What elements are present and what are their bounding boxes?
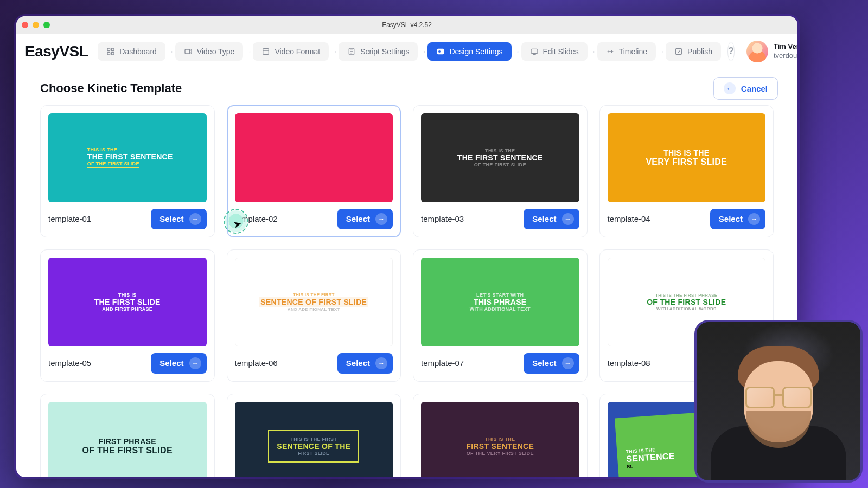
arrow-right-icon: → [375, 213, 387, 225]
user-email: tverdouw@gma [774, 52, 797, 60]
select-label: Select [719, 214, 743, 223]
svg-point-8 [439, 50, 441, 52]
arrow-right-icon: → [562, 357, 574, 369]
svg-rect-0 [107, 48, 110, 51]
chevron-right-icon: → [658, 48, 663, 55]
select-label: Select [532, 358, 556, 368]
chevron-right-icon: → [168, 48, 173, 55]
select-button[interactable]: Select→ [524, 353, 579, 374]
template-preview: FIRST PHRASEOF THE FIRST SLIDE [48, 402, 207, 477]
template-card[interactable]: THIS IS THE FIRSTSENTENCE OF THEFIRST SL… [227, 394, 401, 477]
arrow-right-icon: → [189, 357, 201, 369]
svg-rect-4 [185, 49, 190, 54]
step-label: Dashboard [119, 47, 157, 56]
template-preview: THIS IS THETHE FIRST SENTENCEOF THE FIRS… [421, 113, 579, 202]
step-script-settings[interactable]: Script Settings [339, 42, 418, 61]
template-name: template-04 [608, 214, 650, 223]
template-card[interactable]: THIS IS THE FIRSTSENTENCE OF FIRST SLIDE… [227, 249, 401, 382]
page-subheader: Choose Kinetic Template ← Cancel [16, 69, 797, 105]
step-label: Video Type [197, 47, 235, 56]
template-card[interactable]: THIS IS THEVERY FIRST SLIDEtemplate-04Se… [599, 105, 774, 237]
doc-icon [347, 47, 356, 56]
select-button[interactable]: Select→ [524, 209, 579, 229]
template-name: template-06 [235, 358, 278, 368]
avatar [746, 41, 768, 62]
template-card[interactable]: LET'S START WITHTHIS PHRASEWITH ADDITION… [413, 249, 588, 382]
step-design-settings[interactable]: Design Settings [427, 42, 511, 61]
user-name: Tim Verdouw ˅ [774, 42, 797, 51]
template-grid: THIS IS THETHE FIRST SENTENCEOF THE FIRS… [40, 105, 774, 477]
chevron-right-icon: → [590, 48, 595, 55]
video-icon [184, 47, 193, 56]
arrow-right-icon: → [748, 213, 760, 225]
slides-icon [530, 47, 539, 56]
step-video-format[interactable]: Video Format [253, 42, 329, 61]
select-button[interactable]: Select→ [337, 209, 393, 229]
back-arrow-icon: ← [724, 82, 736, 94]
select-button[interactable]: Select→ [710, 209, 765, 229]
help-button[interactable]: ? [727, 42, 735, 61]
step-label: Script Settings [360, 47, 409, 56]
page-title: Choose Kinetic Template [40, 81, 182, 95]
help-icon: ? [728, 46, 734, 57]
wizard-toolbar: EasyVSL Dashboard→Video Type→Video Forma… [16, 34, 797, 69]
template-name: template-02 [235, 214, 278, 223]
template-preview: THIS IS THE FIRSTSENTENCE OF THEFIRST SL… [235, 402, 393, 477]
chevron-right-icon: → [245, 48, 251, 55]
template-card[interactable]: THIS ISTHE FIRST SLIDEAND FIRST PHRASEte… [40, 249, 215, 382]
cancel-button[interactable]: ← Cancel [713, 77, 778, 100]
step-video-type[interactable]: Video Type [175, 42, 244, 61]
svg-rect-1 [112, 48, 114, 51]
format-icon [261, 47, 270, 56]
step-timeline[interactable]: Timeline [597, 42, 656, 61]
step-dashboard[interactable]: Dashboard [98, 42, 165, 61]
svg-rect-5 [263, 48, 269, 54]
step-publish[interactable]: Publish [666, 42, 721, 61]
app-window: EasyVSL v4.2.52 EasyVSL Dashboard→Video … [16, 16, 797, 477]
step-edit-slides[interactable]: Edit Slides [521, 42, 588, 61]
select-button[interactable]: Select→ [151, 353, 206, 374]
template-name: template-01 [48, 214, 91, 223]
step-label: Design Settings [449, 47, 502, 56]
svg-rect-2 [107, 52, 110, 55]
presenter-webcam-overlay [694, 320, 863, 483]
template-scroll-area[interactable]: THIS IS THETHE FIRST SENTENCEOF THE FIRS… [16, 105, 797, 477]
template-card[interactable]: THIS IS THEFIRST SENTENCEOF THE VERY FIR… [413, 394, 588, 477]
template-preview: THIS ISTHE FIRST SLIDEAND FIRST PHRASE [48, 258, 207, 346]
window-title: EasyVSL v4.2.52 [16, 21, 797, 29]
template-name: template-08 [608, 358, 650, 368]
template-preview: LET'S START WITHTHIS PHRASEWITH ADDITION… [421, 258, 579, 346]
cancel-label: Cancel [741, 84, 768, 93]
select-label: Select [346, 358, 370, 368]
app-logo: EasyVSL [25, 43, 88, 60]
template-name: template-07 [421, 358, 464, 368]
arrow-right-icon: → [562, 213, 574, 225]
select-label: Select [346, 214, 370, 223]
chevron-right-icon: → [420, 48, 425, 55]
template-card[interactable]: THIS IS THETHE FIRST SENTENCEOF THE FIRS… [40, 105, 215, 237]
template-preview [235, 113, 393, 202]
template-name: template-03 [421, 214, 464, 223]
template-card[interactable]: FIRST PHRASEOF THE FIRST SLIDEtemplate-0… [40, 394, 215, 477]
template-card[interactable]: template-02Select→ [227, 105, 401, 237]
design-icon [436, 47, 445, 56]
select-label: Select [532, 214, 556, 223]
select-button[interactable]: Select→ [151, 209, 206, 229]
template-preview: THIS IS THETHE FIRST SENTENCEOF THE FIRS… [48, 113, 207, 202]
step-label: Video Format [275, 47, 320, 56]
user-menu[interactable]: Tim Verdouw ˅ tverdouw@gma [746, 41, 797, 62]
chevron-right-icon: → [514, 48, 519, 55]
step-label: Publish [687, 47, 712, 56]
select-button[interactable]: Select→ [337, 353, 393, 374]
titlebar: EasyVSL v4.2.52 [16, 16, 797, 34]
grid-icon [106, 47, 115, 56]
template-preview: THIS IS THEVERY FIRST SLIDE [608, 113, 766, 202]
publish-icon [674, 47, 683, 56]
step-label: Timeline [619, 47, 647, 56]
template-card[interactable]: THIS IS THETHE FIRST SENTENCEOF THE FIRS… [413, 105, 588, 237]
arrow-right-icon: → [189, 213, 201, 225]
template-preview: THIS IS THE FIRSTSENTENCE OF FIRST SLIDE… [235, 258, 393, 346]
chevron-right-icon: → [331, 48, 336, 55]
svg-rect-3 [112, 52, 114, 55]
select-label: Select [159, 358, 183, 368]
